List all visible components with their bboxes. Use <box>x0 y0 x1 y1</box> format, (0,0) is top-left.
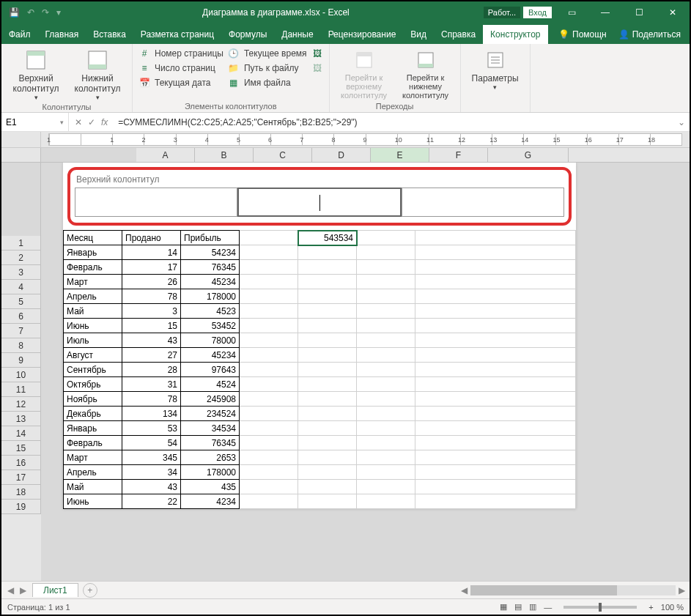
row-header-9[interactable]: 9 <box>1 353 41 368</box>
tab-formulas[interactable]: Формулы <box>221 25 274 44</box>
row-header-2[interactable]: 2 <box>1 251 41 265</box>
page-layout-view-icon[interactable]: ▤ <box>514 602 522 612</box>
tab-data[interactable]: Данные <box>274 25 320 44</box>
goto-header-button: Перейти к верхнему колонтитулу <box>336 47 393 100</box>
header-center-box[interactable] <box>237 188 402 217</box>
qat-more-icon[interactable]: ▾ <box>56 7 61 18</box>
page-count-icon: ≡ <box>138 62 150 74</box>
row-header-3[interactable]: 3 <box>1 265 41 280</box>
format-picture-button[interactable]: 🖼 <box>311 62 323 75</box>
formula-input[interactable]: =СУММЕСЛИМН(C2:C25;A2:A25;"Сентябрь";B2:… <box>114 117 673 127</box>
tab-review[interactable]: Рецензирование <box>321 25 404 44</box>
zoom-slider[interactable] <box>563 606 637 609</box>
page-header-section[interactable]: Верхний колонтитул <box>67 167 572 226</box>
current-time-button[interactable]: 🕒Текущее время <box>228 47 307 60</box>
col-header-f[interactable]: F <box>429 148 488 162</box>
page-break-view-icon[interactable]: ▥ <box>529 602 536 612</box>
zoom-in-icon[interactable]: + <box>648 603 653 612</box>
header-right-box[interactable] <box>402 188 564 217</box>
picture-button[interactable]: 🖼 <box>311 47 323 60</box>
col-header-a[interactable]: A <box>136 148 195 162</box>
zoom-out-icon[interactable]: — <box>544 603 552 612</box>
formula-bar: E1▾ ✕ ✓ fx =СУММЕСЛИМН(C2:C25;A2:A25;"Се… <box>1 113 690 132</box>
row-header-10[interactable]: 10 <box>1 368 41 382</box>
share-button[interactable]: 👤 Поделиться <box>618 29 681 40</box>
expand-formula-icon[interactable]: ⌄ <box>673 117 690 127</box>
zoom-level[interactable]: 100 % <box>661 603 684 612</box>
tab-layout[interactable]: Разметка страниц <box>133 25 221 44</box>
col-header-e[interactable]: E <box>371 148 429 162</box>
row-header-18[interactable]: 18 <box>1 485 41 500</box>
save-icon[interactable]: 💾 <box>9 7 20 18</box>
row-header-17[interactable]: 17 <box>1 470 41 485</box>
sheet-prev-icon[interactable]: ◀ <box>7 585 14 595</box>
work-indicator: Работ... <box>484 7 520 18</box>
row-header-11[interactable]: 11 <box>1 382 41 397</box>
col-header-g[interactable]: G <box>488 148 569 162</box>
normal-view-icon[interactable]: ▦ <box>500 602 507 612</box>
row-header-5[interactable]: 5 <box>1 294 41 309</box>
grid-area: 12345678910111213141516171819 Верхний ко… <box>1 163 690 581</box>
row-header-7[interactable]: 7 <box>1 324 41 338</box>
header-left-box[interactable] <box>75 188 237 217</box>
file-path-button[interactable]: 📁Путь к файлу <box>228 62 307 75</box>
horizontal-scrollbar[interactable]: ◀ ▶ <box>97 585 690 595</box>
window-title: Диаграмма в диаграмме.xlsx - Excel <box>68 7 484 18</box>
fx-icon[interactable]: fx <box>101 117 108 127</box>
cancel-formula-icon[interactable]: ✕ <box>75 117 82 127</box>
column-headers: A B C D E F G <box>1 148 690 163</box>
col-header-c[interactable]: C <box>254 148 312 162</box>
header-button[interactable]: Верхний колонтитул▾ <box>7 47 64 101</box>
row-header-19[interactable]: 19 <box>1 500 41 514</box>
maximize-icon[interactable]: ☐ <box>622 1 656 23</box>
undo-icon[interactable]: ↶ <box>27 7 34 18</box>
page-count-button[interactable]: ≡Число страниц <box>138 62 223 75</box>
add-sheet-button[interactable]: + <box>83 583 97 598</box>
tab-view[interactable]: Вид <box>403 25 434 44</box>
params-icon <box>484 48 507 72</box>
current-date-button[interactable]: 📅Текущая дата <box>138 76 223 89</box>
col-header-d[interactable]: D <box>312 148 371 162</box>
row-header-15[interactable]: 15 <box>1 441 41 456</box>
ribbon-options-icon[interactable]: ▭ <box>555 1 588 23</box>
row-header-4[interactable]: 4 <box>1 280 41 294</box>
file-name-button[interactable]: ▦Имя файла <box>228 76 307 89</box>
svg-rect-3 <box>89 64 106 69</box>
login-button[interactable]: Вход <box>523 7 552 18</box>
sheet-next-icon[interactable]: ▶ <box>20 585 26 595</box>
page-number-button[interactable]: #Номер страницы <box>138 47 223 60</box>
row-header-13[interactable]: 13 <box>1 412 41 426</box>
ribbon: Верхний колонтитул▾ Нижний колонтитул▾ К… <box>1 44 690 113</box>
format-picture-icon: 🖼 <box>311 62 323 74</box>
group-label-elements: Элементы колонтитулов <box>138 100 323 111</box>
page-header-label: Верхний колонтитул <box>76 174 564 185</box>
excel-file-icon: ▦ <box>228 77 240 89</box>
goto-footer-button[interactable]: Перейти к нижнему колонтитулу <box>397 47 454 100</box>
close-icon[interactable]: ✕ <box>656 1 690 23</box>
row-header-16[interactable]: 16 <box>1 456 41 470</box>
tell-me-button[interactable]: 💡 Помощн <box>558 29 607 40</box>
row-header-6[interactable]: 6 <box>1 309 41 324</box>
footer-button[interactable]: Нижний колонтитул▾ <box>69 47 126 101</box>
row-header-8[interactable]: 8 <box>1 338 41 353</box>
row-header-12[interactable]: 12 <box>1 397 41 412</box>
spreadsheet-cells[interactable]: МесяцПроданоПрибыль543534Январь1454234Фе… <box>63 230 576 509</box>
goto-footer-icon <box>414 48 437 72</box>
tab-design[interactable]: Конструктор <box>483 25 547 44</box>
name-box[interactable]: E1▾ <box>1 113 69 131</box>
params-button[interactable]: Параметры▾ <box>467 47 524 91</box>
sheet-tab-1[interactable]: Лист1 <box>32 583 78 597</box>
tab-file[interactable]: Файл <box>1 25 38 44</box>
tab-home[interactable]: Главная <box>38 25 86 44</box>
accept-formula-icon[interactable]: ✓ <box>88 117 95 127</box>
col-header-b[interactable]: B <box>195 148 254 162</box>
tab-insert[interactable]: Вставка <box>86 25 133 44</box>
row-header-1[interactable]: 1 <box>1 236 41 251</box>
redo-icon[interactable]: ↷ <box>42 7 49 18</box>
minimize-icon[interactable]: — <box>588 1 622 23</box>
row-header-14[interactable]: 14 <box>1 426 41 441</box>
tab-help[interactable]: Справка <box>434 25 483 44</box>
select-all-corner[interactable] <box>1 148 41 162</box>
status-bar: Страница: 1 из 1 ▦ ▤ ▥ — + 100 % <box>1 598 690 615</box>
folder-icon: 📁 <box>228 62 240 74</box>
